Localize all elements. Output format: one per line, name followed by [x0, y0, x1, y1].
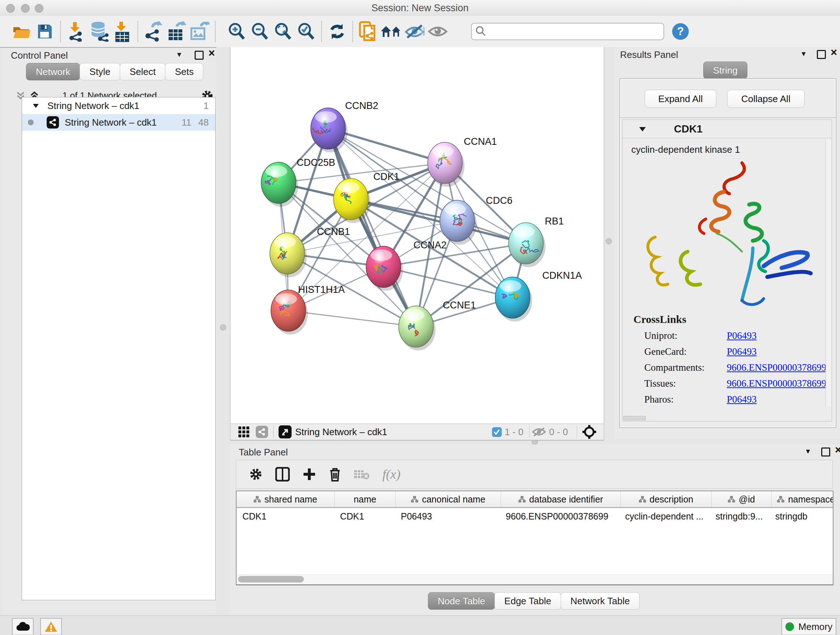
results-panel-float-icon[interactable] [817, 50, 826, 59]
table-panel-close-icon[interactable]: × [835, 446, 840, 454]
node-CDKN1A[interactable]: CDKN1A [495, 270, 582, 321]
crosslink-link[interactable]: P06493 [727, 346, 757, 357]
right-splitter[interactable] [603, 47, 614, 440]
expand-all-button[interactable]: Expand All [645, 90, 716, 108]
network-graph[interactable]: CCNB2CCNA1CDC25BCDK1CDC6RB1CCNB1CCNA2CDK… [231, 47, 604, 424]
results-panel-close-icon[interactable]: × [831, 49, 837, 57]
warning-button[interactable] [40, 618, 62, 635]
grid-view-icon[interactable] [238, 426, 249, 437]
cell-name[interactable]: CDK1 [334, 508, 395, 524]
control-panel-menu-icon[interactable]: ▼ [176, 51, 183, 59]
zoom-in-icon [227, 22, 246, 41]
add-column-icon[interactable] [303, 468, 316, 481]
table-scrollbar-thumb[interactable] [238, 576, 304, 583]
left-splitter-handle[interactable] [220, 325, 226, 331]
function-builder-icon[interactable]: f(x) [382, 467, 401, 482]
network-collection-row[interactable]: String Network – cdk1 1 [22, 97, 215, 114]
crosslink-link[interactable]: 9606.ENSP00000378699 [727, 378, 826, 389]
tab-style[interactable]: Style [80, 63, 120, 80]
hide-selected-button[interactable] [403, 20, 426, 43]
first-neighbors-button[interactable] [380, 20, 403, 43]
control-panel-close-icon[interactable]: × [208, 49, 215, 57]
duplicate-network-button[interactable] [357, 20, 380, 43]
cell-canonical-name[interactable]: P06493 [395, 508, 500, 524]
network-row[interactable]: String Network – cdk1 11 48 [22, 114, 215, 131]
column-header--id[interactable]: @id [712, 491, 772, 507]
results-horizontal-scrollbar[interactable] [623, 416, 646, 420]
tab-network[interactable]: Network [26, 63, 80, 80]
crosslink-link[interactable]: P06493 [727, 330, 757, 341]
import-network-file-button[interactable] [65, 20, 88, 43]
left-splitter[interactable] [216, 47, 230, 440]
cell-shared-name[interactable]: CDK1 [237, 508, 334, 524]
crosslink-link[interactable]: P06493 [727, 394, 757, 405]
memory-button[interactable]: Memory [782, 618, 836, 635]
open-file-button[interactable] [10, 20, 33, 43]
save-session-button[interactable] [33, 20, 57, 43]
table-gear-icon[interactable] [249, 468, 262, 481]
import-table-button[interactable] [111, 20, 134, 43]
delete-table-icon[interactable] [354, 469, 369, 480]
cell--id[interactable]: stringdb:9... [710, 508, 769, 524]
crosslink-link[interactable]: 9606.ENSP00000378699 [727, 362, 826, 373]
right-splitter-handle[interactable] [606, 238, 612, 244]
column-header-canonical-name[interactable]: canonical name [396, 491, 501, 507]
zoom-selected-button[interactable] [294, 20, 317, 43]
tab-sets[interactable]: Sets [165, 63, 203, 80]
node-RB1[interactable]: RB1 [508, 216, 564, 267]
show-all-button[interactable] [426, 20, 449, 43]
table-row[interactable]: CDK1CDK1P064939606.ENSP00000378699cyclin… [237, 508, 833, 524]
node-table[interactable]: shared namenamecanonical namedatabase id… [236, 491, 834, 585]
export-network-button[interactable] [142, 20, 165, 43]
show-columns-icon[interactable] [275, 467, 290, 481]
node-HIST1H1A[interactable]: HIST1H1A [271, 284, 345, 334]
results-vertical-scrollbar[interactable] [826, 139, 831, 407]
cell-database-identifier[interactable]: 9606.ENSP00000378699 [500, 508, 619, 524]
cloud-button[interactable] [12, 618, 34, 635]
network-list-view-icon[interactable] [256, 426, 268, 438]
import-network-database-button[interactable] [88, 20, 111, 43]
node-CCNB2[interactable]: CCNB2 [311, 100, 378, 152]
selected-checkbox-icon[interactable] [492, 427, 502, 437]
tab-network-table[interactable]: Network Table [561, 592, 639, 610]
birds-eye-view-icon[interactable] [582, 424, 597, 439]
table-panel-menu-icon[interactable]: ▼ [805, 448, 812, 455]
collection-expand-icon[interactable] [32, 103, 39, 109]
export-image-button[interactable] [188, 20, 211, 43]
window-zoom-button[interactable] [35, 4, 43, 13]
collapse-all-button[interactable]: Collapse All [727, 90, 805, 108]
export-table-button[interactable] [165, 20, 188, 43]
gene-collapse-icon[interactable] [638, 126, 646, 132]
column-header-description[interactable]: description [621, 491, 712, 507]
tab-select[interactable]: Select [120, 63, 165, 80]
zoom-out-button[interactable] [248, 20, 271, 43]
node-CCNA2[interactable]: CCNA2 [366, 240, 447, 291]
node-CCNE1[interactable]: CCNE1 [399, 300, 476, 350]
zoom-in-button[interactable] [225, 20, 248, 43]
column-header-name[interactable]: name [335, 491, 396, 507]
column-header-database-identifier[interactable]: database identifier [501, 491, 621, 507]
table-header-row: shared namenamecanonical namedatabase id… [237, 491, 833, 508]
table-panel-float-icon[interactable] [821, 448, 830, 456]
cell-namespace[interactable]: stringdb [769, 508, 834, 524]
table-horizontal-scrollbar[interactable] [236, 575, 834, 585]
tab-string[interactable]: String [703, 62, 747, 79]
gene-section-header[interactable]: CDK1 [622, 120, 832, 138]
help-button[interactable]: ? [672, 23, 689, 40]
control-panel-float-icon[interactable] [195, 51, 204, 60]
window-close-button[interactable] [6, 4, 15, 13]
zoom-fit-button[interactable] [271, 20, 294, 43]
eye-slash-icon [404, 23, 425, 40]
network-canvas[interactable]: CCNB2CCNA1CDC25BCDK1CDC6RB1CCNB1CCNA2CDK… [230, 47, 604, 424]
results-panel-menu-icon[interactable]: ▼ [800, 50, 807, 58]
cell-description[interactable]: cyclin-dependent ... [619, 508, 710, 524]
tab-node-table[interactable]: Node Table [428, 592, 495, 610]
detach-view-icon[interactable] [279, 425, 292, 439]
window-minimize-button[interactable] [21, 4, 30, 13]
column-header-namespace[interactable]: namespace [772, 491, 834, 507]
column-header-shared-name[interactable]: shared name [237, 491, 335, 507]
refresh-layout-button[interactable] [325, 20, 349, 43]
search-input[interactable] [471, 23, 664, 40]
delete-column-icon[interactable] [329, 467, 341, 481]
tab-edge-table[interactable]: Edge Table [494, 592, 561, 610]
